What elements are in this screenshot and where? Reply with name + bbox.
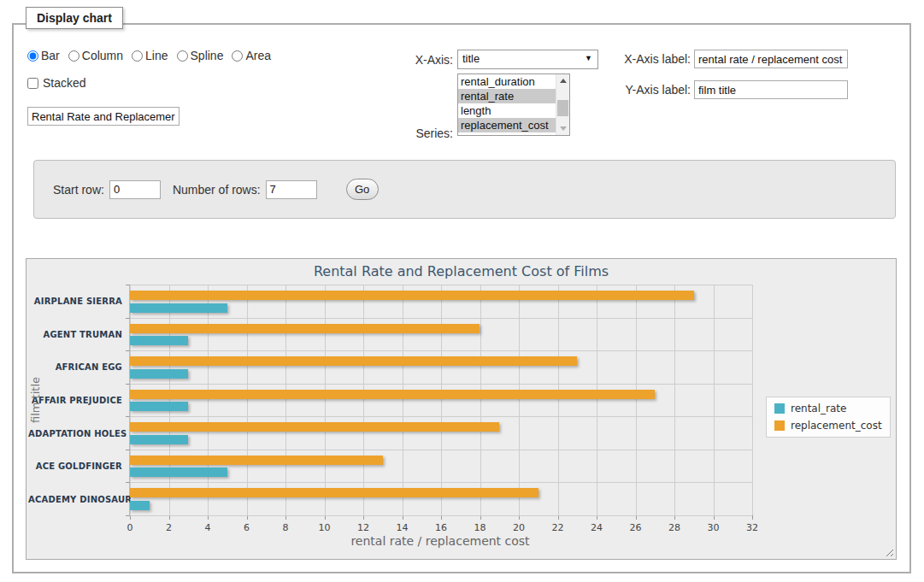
legend-item-replacement_cost[interactable]: replacement_cost: [774, 420, 882, 432]
x-tick-label: 28: [668, 522, 680, 533]
bar-rental_rate: [130, 369, 188, 379]
x-tick-label: 22: [552, 522, 564, 533]
bar-rental_rate: [130, 501, 150, 510]
x-tick-label: 32: [746, 522, 758, 533]
line-radio[interactable]: [132, 50, 143, 62]
scrollbar-thumb[interactable]: [557, 100, 568, 116]
start-row-label: Start row:: [53, 183, 104, 197]
scroll-down-icon: [560, 126, 567, 131]
display-chart-panel: Display chart BarColumnLineSplineArea St…: [12, 23, 911, 573]
resize-handle[interactable]: [884, 547, 893, 556]
gridline: [130, 416, 752, 417]
series-select-label: Series:: [402, 126, 453, 140]
series-option-replacement_cost[interactable]: replacement_cost: [458, 118, 556, 132]
bar-radio[interactable]: [27, 50, 38, 62]
x-tick-label: 24: [591, 522, 603, 533]
series-scrollbar[interactable]: [556, 74, 569, 135]
legend-swatch: [774, 403, 785, 414]
spline-radio[interactable]: [177, 50, 188, 62]
series-option-length[interactable]: length: [458, 103, 556, 118]
chart-type-line[interactable]: Line: [132, 49, 168, 62]
y-axis-label-input[interactable]: [694, 80, 848, 99]
gridline: [674, 285, 675, 515]
gridline: [325, 285, 326, 515]
gridline: [130, 285, 752, 285]
x-axis-label-input[interactable]: [694, 50, 848, 68]
chart-type-area[interactable]: Area: [232, 49, 271, 62]
bar-replacement_cost: [130, 422, 499, 432]
row-range-box: Start row: Number of rows: Go: [33, 160, 896, 219]
radio-label: Column: [82, 49, 123, 62]
select-arrow-icon: ▼: [585, 54, 592, 62]
y-tick-mark: [126, 450, 130, 450]
x-tick-label: 12: [357, 522, 369, 533]
category-label: ACE GOLDFINGER: [28, 461, 122, 471]
stacked-checkbox-row[interactable]: Stacked: [27, 76, 86, 90]
series-options: rental_durationrental_ratelengthreplacem…: [458, 74, 556, 135]
gridline: [519, 285, 520, 515]
x-tick-label: 26: [630, 522, 642, 533]
category-label: AGENT TRUMAN: [28, 329, 122, 338]
scroll-down-button[interactable]: [556, 123, 569, 135]
chart-type-column[interactable]: Column: [68, 49, 123, 62]
gridline: [130, 285, 131, 515]
y-tick-mark: [126, 384, 130, 385]
gridline: [597, 285, 597, 515]
panel-legend: Display chart: [26, 7, 123, 29]
bar-replacement_cost: [130, 291, 694, 300]
chart-title-input[interactable]: [27, 107, 180, 126]
y-tick-mark: [126, 482, 130, 483]
bar-replacement_cost: [130, 324, 480, 333]
x-axis-select[interactable]: title ▼: [457, 50, 598, 69]
gridline: [558, 285, 559, 515]
bar-rental_rate: [130, 402, 188, 411]
column-radio[interactable]: [68, 50, 79, 62]
gridline: [130, 515, 752, 516]
chart-type-bar[interactable]: Bar: [27, 49, 60, 62]
area-radio[interactable]: [232, 50, 243, 62]
x-axis-select-label: X-Axis:: [402, 53, 453, 67]
legend-label: rental_rate: [791, 403, 846, 414]
gridline: [636, 285, 637, 515]
y-tick-mark: [126, 515, 130, 516]
x-tick-label: 8: [283, 522, 289, 533]
gridline: [441, 285, 442, 515]
gridline: [130, 318, 752, 319]
category-label: ADAPTATION HOLES: [28, 428, 122, 438]
gridline: [752, 285, 753, 515]
page: Display chart BarColumnLineSplineArea St…: [0, 0, 924, 582]
bar-replacement_cost: [130, 488, 539, 497]
scroll-up-button[interactable]: [556, 74, 569, 86]
gridline: [130, 450, 752, 450]
x-tick-label: 4: [205, 522, 211, 533]
y-tick-mark: [126, 416, 130, 417]
category-label: AFFAIR PREJUDICE: [28, 396, 122, 405]
gridline: [130, 384, 752, 385]
x-tick-label: 18: [474, 522, 486, 533]
num-rows-input[interactable]: [266, 180, 317, 199]
x-tick-label: 20: [513, 522, 525, 533]
radio-label: Area: [245, 49, 271, 62]
gridline: [714, 285, 715, 515]
bar-rental_rate: [130, 336, 188, 345]
bar-replacement_cost: [130, 390, 655, 399]
start-row-input[interactable]: [109, 180, 161, 199]
x-tick-label: 14: [397, 522, 409, 533]
radio-label: Spline: [191, 49, 224, 62]
legend-swatch: [774, 420, 785, 431]
go-button[interactable]: Go: [346, 179, 379, 200]
x-tick-label: 0: [127, 522, 133, 533]
bar-replacement_cost: [130, 356, 577, 366]
legend-item-rental_rate[interactable]: rental_rate: [774, 403, 882, 414]
chart-type-radios: BarColumnLineSplineArea: [27, 49, 276, 62]
bar-replacement_cost: [130, 456, 383, 465]
gridline: [130, 350, 752, 351]
series-select[interactable]: rental_durationrental_ratelengthreplacem…: [457, 73, 570, 136]
series-option-rental_rate[interactable]: rental_rate: [458, 89, 556, 103]
stacked-checkbox[interactable]: [27, 78, 38, 89]
gridline: [130, 482, 752, 483]
chart-type-spline[interactable]: Spline: [177, 49, 224, 62]
x-tick-label: 30: [708, 522, 720, 533]
category-label: AIRPLANE SIERRA: [28, 297, 122, 306]
series-option-rental_duration[interactable]: rental_duration: [458, 74, 556, 89]
